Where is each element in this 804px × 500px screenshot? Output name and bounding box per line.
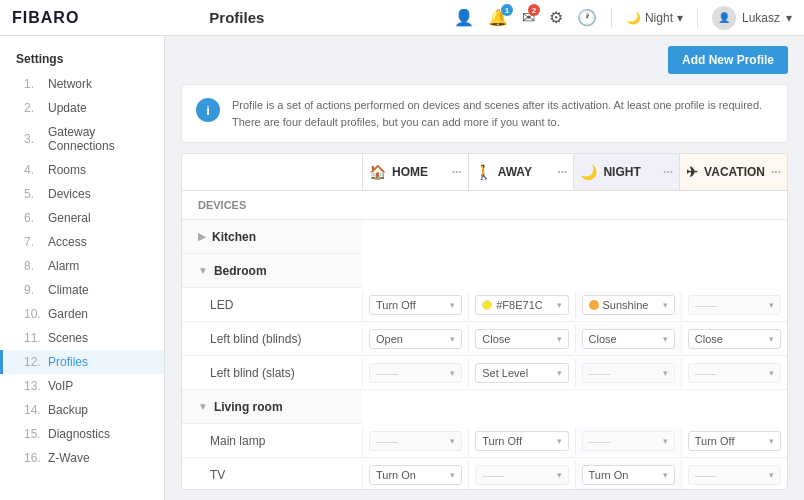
sidebar-item-num: 6. (24, 211, 42, 225)
device-action-dropdown[interactable]: ——▾ (688, 363, 781, 383)
info-banner: i Profile is a set of actions performed … (181, 84, 788, 143)
dropdown-arrow-icon: ▾ (769, 300, 774, 310)
device-cell: ——▾ (468, 461, 574, 489)
profile-label-away: AWAY (498, 165, 532, 179)
mail-icon-wrap[interactable]: ✉ 2 (522, 8, 535, 27)
device-name-label: Main lamp (182, 429, 362, 453)
devices-column-header (182, 154, 362, 190)
device-action-dropdown[interactable]: ——▾ (369, 431, 462, 451)
sidebar-item-z-wave[interactable]: 16.Z-Wave (0, 446, 164, 470)
sidebar-item-num: 8. (24, 259, 42, 273)
sidebar-item-num: 12. (24, 355, 42, 369)
sidebar-item-voip[interactable]: 13.VoIP (0, 374, 164, 398)
sidebar-item-update[interactable]: 2.Update (0, 96, 164, 120)
profile-icon-night: 🌙 (580, 164, 597, 180)
device-cell: ——▾ (575, 359, 681, 387)
profile-dots-night[interactable]: ··· (663, 165, 673, 179)
device-action-dropdown[interactable]: #F8E71C▾ (475, 295, 568, 315)
sidebar-item-access[interactable]: 7.Access (0, 230, 164, 254)
profile-icon-away: 🚶 (475, 164, 492, 180)
sidebar-item-label: VoIP (48, 379, 73, 393)
device-action-dropdown[interactable]: Turn On▾ (582, 465, 675, 485)
mode-selector[interactable]: 🌙 Night ▾ (626, 11, 683, 25)
avatar: 👤 (712, 6, 736, 30)
device-cell: Open▾ (362, 325, 468, 353)
sidebar-item-label: Garden (48, 307, 88, 321)
profile-dots-vacation[interactable]: ··· (771, 165, 781, 179)
clock-icon-wrap[interactable]: 🕐 (577, 8, 597, 27)
settings-icon-wrap[interactable]: ⚙ (549, 8, 563, 27)
device-action-dropdown[interactable]: ——▾ (582, 431, 675, 451)
section-label: Bedroom (214, 264, 267, 278)
add-profile-button[interactable]: Add New Profile (668, 46, 788, 74)
device-action-dropdown[interactable]: Open▾ (369, 329, 462, 349)
sidebar-item-gateway-connections[interactable]: 3.Gateway Connections (0, 120, 164, 158)
device-row: TVTurn On▾——▾Turn On▾——▾ (182, 458, 787, 490)
sidebar-item-rooms[interactable]: 4.Rooms (0, 158, 164, 182)
person-icon: 👤 (454, 8, 474, 27)
sidebar-item-num: 1. (24, 77, 42, 91)
profile-dots-home[interactable]: ··· (452, 165, 462, 179)
sidebar-item-devices[interactable]: 5.Devices (0, 182, 164, 206)
color-dot-yellow (482, 300, 492, 310)
profile-dots-away[interactable]: ··· (557, 165, 567, 179)
sidebar-item-alarm[interactable]: 8.Alarm (0, 254, 164, 278)
device-action-dropdown[interactable]: Sunshine▾ (582, 295, 675, 315)
sidebar-item-scenes[interactable]: 11.Scenes (0, 326, 164, 350)
device-action-dropdown[interactable]: ——▾ (688, 465, 781, 485)
device-action-dropdown[interactable]: Close▾ (475, 329, 568, 349)
info-icon: i (196, 98, 220, 122)
dropdown-arrow-icon: ▾ (769, 436, 774, 446)
sidebar-item-garden[interactable]: 10.Garden (0, 302, 164, 326)
sidebar-item-num: 7. (24, 235, 42, 249)
device-action-dropdown[interactable]: Close▾ (688, 329, 781, 349)
device-action-dropdown[interactable]: Close▾ (582, 329, 675, 349)
device-action-dropdown[interactable]: ——▾ (582, 363, 675, 383)
sidebar-item-num: 9. (24, 283, 42, 297)
device-action-dropdown[interactable]: ——▾ (688, 295, 781, 315)
sidebar-item-label: General (48, 211, 91, 225)
dropdown-arrow-icon: ▾ (663, 368, 668, 378)
sidebar-item-num: 3. (24, 132, 42, 146)
device-action-dropdown[interactable]: ——▾ (475, 465, 568, 485)
device-cell: Close▾ (575, 325, 681, 353)
device-action-dropdown[interactable]: Turn On▾ (369, 465, 462, 485)
sidebar-item-general[interactable]: 6.General (0, 206, 164, 230)
dropdown-arrow-icon: ▾ (663, 300, 668, 310)
profile-label-night: NIGHT (603, 165, 640, 179)
sidebar-item-climate[interactable]: 9.Climate (0, 278, 164, 302)
sidebar-item-backup[interactable]: 14.Backup (0, 398, 164, 422)
main-layout: Settings 1.Network2.Update3.Gateway Conn… (0, 36, 804, 500)
section-toggle-icon: ▶ (198, 231, 206, 242)
section-row-bedroom[interactable]: ▼Bedroom (182, 254, 362, 288)
devices-label: DEVICES (182, 191, 787, 220)
sidebar-item-label: Network (48, 77, 92, 91)
device-action-dropdown[interactable]: Turn Off▾ (369, 295, 462, 315)
device-action-dropdown[interactable]: ——▾ (369, 363, 462, 383)
device-cell: ——▾ (681, 461, 787, 489)
logo: FIBARO (12, 9, 79, 27)
device-action-dropdown[interactable]: Turn Off▾ (688, 431, 781, 451)
alert-icon-wrap[interactable]: 🔔 1 (488, 8, 508, 27)
mode-chevron-icon: ▾ (677, 11, 683, 25)
dropdown-arrow-icon: ▾ (450, 436, 455, 446)
sidebar: Settings 1.Network2.Update3.Gateway Conn… (0, 36, 165, 500)
info-text: Profile is a set of actions performed on… (232, 97, 773, 130)
section-label: Kitchen (212, 230, 256, 244)
section-row-kitchen[interactable]: ▶Kitchen (182, 220, 362, 254)
device-action-dropdown[interactable]: Set Level▾ (475, 363, 568, 383)
content-header: Add New Profile (165, 36, 804, 84)
sidebar-item-diagnostics[interactable]: 15.Diagnostics (0, 422, 164, 446)
device-cell: Set Level▾ (468, 359, 574, 387)
profile-icon-home: 🏠 (369, 164, 386, 180)
user-menu[interactable]: 👤 Lukasz ▾ (712, 6, 792, 30)
device-cell: Sunshine▾ (575, 291, 681, 319)
section-row-living-room[interactable]: ▼Living room (182, 390, 362, 424)
person-icon-wrap[interactable]: 👤 (454, 8, 474, 27)
sidebar-item-network[interactable]: 1.Network (0, 72, 164, 96)
sidebar-item-profiles[interactable]: 12.Profiles (0, 350, 164, 374)
device-action-dropdown[interactable]: Turn Off▾ (475, 431, 568, 451)
device-cell: Close▾ (468, 325, 574, 353)
dropdown-arrow-icon: ▾ (663, 436, 668, 446)
sidebar-item-num: 15. (24, 427, 42, 441)
